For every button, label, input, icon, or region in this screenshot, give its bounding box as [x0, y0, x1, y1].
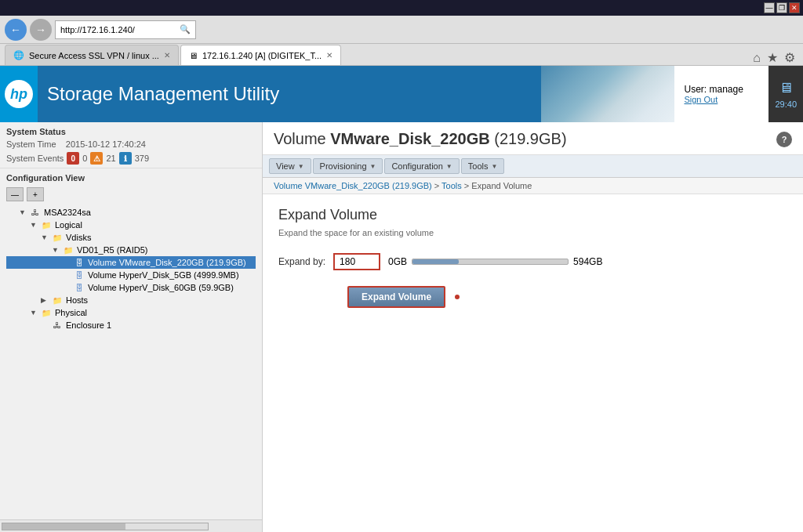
sidebar-scrollbar[interactable]	[0, 519, 262, 532]
forward-button[interactable]: →	[30, 19, 52, 41]
star-icon[interactable]: ★	[767, 50, 778, 65]
tree-collapse-button[interactable]: —	[6, 187, 24, 201]
back-button[interactable]: ←	[5, 19, 27, 41]
tree-item-vd01[interactable]: ▼ 📁 VD01_R5 (RAID5)	[6, 244, 256, 256]
restore-button[interactable]: ❐	[776, 2, 787, 13]
server-icon-enclosure: 🖧	[51, 320, 64, 331]
tools-dropdown-arrow: ▼	[491, 163, 497, 170]
tools-menu-label: Tools	[468, 161, 489, 171]
tree-item-enclosure[interactable]: 🖧 Enclosure 1	[6, 319, 256, 331]
system-status-title: System Status	[6, 127, 256, 136]
main-area: System Status System Time 2015-10-12 17:…	[0, 122, 803, 532]
tab-ssl-vpn[interactable]: 🌐 Secure Access SSL VPN / linux ... ✕	[5, 45, 179, 65]
provisioning-menu[interactable]: Provisioning ▼	[313, 158, 383, 174]
error-badge[interactable]: 0	[67, 152, 79, 165]
slider-container: 0GB 594GB	[388, 256, 602, 267]
tools-menu[interactable]: Tools ▼	[461, 158, 505, 174]
expand-button-area: Expand Volume	[278, 286, 787, 308]
app-header: hp Storage Management Utility User: mana…	[0, 66, 803, 122]
system-status-section: System Status System Time 2015-10-12 17:…	[0, 122, 262, 168]
error-count: 0	[82, 154, 87, 163]
provisioning-menu-label: Provisioning	[320, 161, 367, 171]
view-dropdown-arrow: ▼	[298, 163, 304, 170]
header-right: User: manage Sign Out 🖥 29:40	[541, 66, 803, 122]
app-title: Storage Management Utility	[38, 83, 541, 105]
server-icon-msa: 🖧	[29, 207, 42, 218]
system-time-label: System Time	[6, 139, 56, 149]
configuration-menu[interactable]: Configuration ▼	[384, 158, 459, 174]
disk-icon-hyperv60: 🗄	[73, 282, 85, 293]
info-count: 379	[135, 154, 149, 163]
tab-favicon-1: 🌐	[13, 50, 24, 60]
user-panel: User: manage Sign Out	[674, 66, 768, 122]
tree-expand-button[interactable]: +	[27, 187, 44, 201]
folder-icon-physical: 📁	[40, 307, 53, 318]
volume-title: Volume VMware_Disk_220GB (219.9GB)	[274, 130, 567, 148]
config-view-section: Configuration View — + ▼ 🖧 MSA2324sa ▼	[0, 168, 262, 519]
gear-icon[interactable]: ⚙	[784, 50, 795, 65]
tree-item-hyperv60[interactable]: 🗄 Volume HyperV_Disk_60GB (59.9GB)	[6, 281, 256, 294]
help-button[interactable]: ?	[776, 132, 792, 147]
folder-icon-vd01: 📁	[62, 244, 74, 255]
config-view-title: Configuration View	[6, 173, 256, 183]
tree-item-hyperv5[interactable]: 🗄 Volume HyperV_Disk_5GB (4999.9MB)	[6, 269, 256, 281]
slider-track[interactable]	[412, 259, 569, 265]
tree-item-vmware[interactable]: 🗄 Volume VMware_Disk_220GB (219.9GB)	[6, 256, 256, 269]
volume-header: Volume VMware_Disk_220GB (219.9GB) ?	[263, 122, 803, 155]
expand-form: Expand by: 0GB 594GB	[278, 253, 787, 270]
tree-expand-vd01: ▼	[52, 246, 60, 254]
tree-item-logical[interactable]: ▼ 📁 Logical	[6, 219, 256, 231]
address-bar[interactable]: http://172.16.1.240/ 🔍	[55, 20, 196, 39]
tree-label-vmware: Volume VMware_Disk_220GB (219.9GB)	[88, 258, 246, 267]
tab-close-1[interactable]: ✕	[164, 51, 170, 60]
tree-item-vdisks[interactable]: ▼ 📁 Vdisks	[6, 231, 256, 244]
slider-min-label: 0GB	[388, 256, 407, 267]
header-decorative-image	[541, 66, 674, 122]
breadcrumb-sep2: >	[464, 181, 471, 190]
browser-nav: ← → http://172.16.1.240/ 🔍	[0, 16, 803, 44]
tab-favicon-2: 🖥	[189, 51, 198, 60]
view-menu[interactable]: View ▼	[269, 158, 311, 174]
red-dot-indicator	[455, 295, 460, 299]
configuration-dropdown-arrow: ▼	[446, 163, 452, 170]
disk-icon-hyperv5: 🗄	[73, 270, 85, 280]
config-tree: ▼ 🖧 MSA2324sa ▼ 📁 Logical ▼ 📁 Vdisk	[6, 206, 256, 331]
tree-label-vdisks: Vdisks	[66, 233, 91, 242]
breadcrumb-sep1: >	[434, 181, 441, 190]
time-panel: 🖥 29:40	[768, 66, 803, 122]
tree-label-hyperv60: Volume HyperV_Disk_60GB (59.9GB)	[88, 283, 234, 292]
breadcrumb-part1[interactable]: Volume VMware_Disk_220GB (219.9GB)	[274, 181, 432, 190]
volume-size: (219.9GB)	[494, 130, 566, 147]
tree-expand-physical: ▼	[30, 309, 38, 317]
system-time-row: System Time 2015-10-12 17:40:24	[6, 139, 256, 149]
tab-close-2[interactable]: ✕	[326, 51, 332, 60]
folder-icon-logical: 📁	[40, 219, 53, 230]
sign-out-link[interactable]: Sign Out	[684, 95, 718, 104]
expand-volume-button[interactable]: Expand Volume	[347, 286, 445, 308]
tab-label-2: 172.16.1.240 [A] (DIGITEK_T...	[202, 51, 322, 60]
tree-item-hosts[interactable]: ▶ 📁 Hosts	[6, 294, 256, 306]
breadcrumb-part2[interactable]: Tools	[441, 181, 462, 190]
volume-title-prefix: Volume	[274, 130, 330, 147]
tabs-row: 🌐 Secure Access SSL VPN / linux ... ✕ 🖥 …	[0, 44, 803, 66]
view-menu-label: View	[276, 161, 295, 171]
tree-item-physical[interactable]: ▼ 📁 Physical	[6, 306, 256, 319]
page-description: Expand the space for an existing volume	[278, 228, 787, 237]
close-button[interactable]: ✕	[789, 2, 800, 13]
tree-item-msa[interactable]: ▼ 🖧 MSA2324sa	[6, 206, 256, 219]
slider-max-label: 594GB	[573, 256, 602, 267]
tab-storage[interactable]: 🖥 172.16.1.240 [A] (DIGITEK_T... ✕	[180, 45, 341, 65]
sidebar: System Status System Time 2015-10-12 17:…	[0, 122, 263, 532]
tree-label-logical: Logical	[55, 220, 82, 230]
address-text: http://172.16.1.240/	[60, 25, 135, 34]
app-window: hp Storage Management Utility User: mana…	[0, 66, 803, 532]
hp-circle-icon: hp	[5, 80, 33, 108]
system-time-value: 2015-10-12 17:40:24	[66, 139, 146, 149]
minimize-button[interactable]: —	[764, 2, 775, 13]
content-area: Volume VMware_Disk_220GB (219.9GB) ? Vie…	[263, 122, 803, 532]
tree-controls: — +	[6, 187, 256, 201]
expand-by-input[interactable]	[333, 253, 380, 270]
content-body: Expand Volume Expand the space for an ex…	[263, 194, 803, 532]
home-icon[interactable]: ⌂	[753, 51, 761, 65]
monitor-icon: 🖥	[779, 80, 793, 96]
